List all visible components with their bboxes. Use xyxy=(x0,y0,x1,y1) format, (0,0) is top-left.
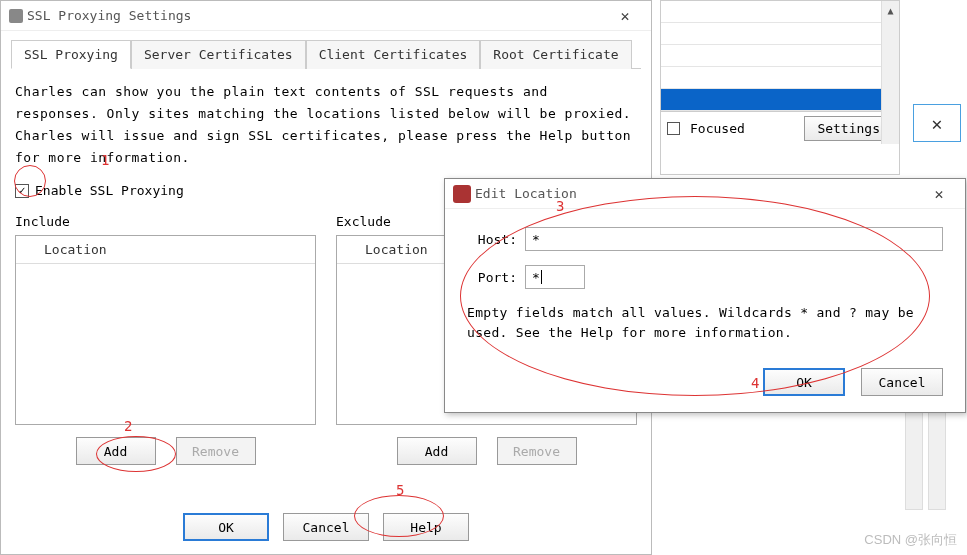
watermark-text: CSDN @张向恒 xyxy=(864,531,957,549)
scrollbar-vertical[interactable] xyxy=(928,400,946,510)
dialog-icon xyxy=(453,185,471,203)
port-row: Port: * xyxy=(467,265,943,289)
tab-root-cert[interactable]: Root Certificate xyxy=(480,40,631,69)
list-item[interactable] xyxy=(661,45,899,67)
exclude-buttons: Add Remove xyxy=(336,437,637,465)
window-titlebar: SSL Proxying Settings ✕ xyxy=(1,1,651,31)
list-item-selected[interactable] xyxy=(661,89,899,111)
window-title: SSL Proxying Settings xyxy=(23,8,607,23)
include-buttons: Add Remove xyxy=(15,437,316,465)
scrollbar[interactable]: ▲ xyxy=(881,1,899,144)
right-panel: ▲ Focused Settings xyxy=(660,0,900,175)
enable-ssl-label: Enable SSL Proxying xyxy=(35,183,184,198)
list-item[interactable] xyxy=(661,1,899,23)
dialog-close-icon[interactable]: ✕ xyxy=(921,181,957,207)
dialog-cancel-button[interactable]: Cancel xyxy=(861,368,943,396)
edit-location-dialog: Edit Location ✕ Host: * Port: * Empty fi… xyxy=(444,178,966,413)
include-location-header: Location xyxy=(16,236,315,264)
host-input[interactable]: * xyxy=(525,227,943,251)
description-text: Charles can show you the plain text cont… xyxy=(15,81,637,169)
settings-button[interactable]: Settings xyxy=(804,116,893,141)
dialog-buttons: OK Cancel xyxy=(445,368,965,412)
include-add-button[interactable]: Add xyxy=(76,437,156,465)
exclude-add-button[interactable]: Add xyxy=(397,437,477,465)
tab-bar: SSL Proxying Server Certificates Client … xyxy=(1,31,651,68)
port-label: Port: xyxy=(467,270,517,285)
focused-checkbox[interactable] xyxy=(667,122,680,135)
list-item[interactable] xyxy=(661,67,899,89)
window-icon xyxy=(9,9,23,23)
close-button-float[interactable]: ✕ xyxy=(913,104,961,142)
list-item[interactable] xyxy=(661,23,899,45)
tab-server-certs[interactable]: Server Certificates xyxy=(131,40,306,69)
footer-buttons: OK Cancel Help xyxy=(15,513,637,555)
right-panel-footer: Focused Settings xyxy=(661,111,899,145)
close-icon[interactable]: ✕ xyxy=(607,3,643,29)
include-heading: Include xyxy=(15,214,316,229)
host-label: Host: xyxy=(467,232,517,247)
main-ok-button[interactable]: OK xyxy=(183,513,269,541)
tab-ssl-proxying[interactable]: SSL Proxying xyxy=(11,40,131,69)
scrollbar-vertical[interactable] xyxy=(905,400,923,510)
dialog-help-text: Empty fields match all values. Wildcards… xyxy=(467,303,943,342)
port-input[interactable]: * xyxy=(525,265,585,289)
focused-label: Focused xyxy=(690,121,745,136)
dialog-form: Host: * Port: * Empty fields match all v… xyxy=(445,209,965,368)
exclude-remove-button: Remove xyxy=(497,437,577,465)
include-list[interactable]: Location xyxy=(15,235,316,425)
dialog-ok-button[interactable]: OK xyxy=(763,368,845,396)
dialog-title: Edit Location xyxy=(471,186,921,201)
host-row: Host: * xyxy=(467,227,943,251)
dialog-titlebar: Edit Location ✕ xyxy=(445,179,965,209)
tab-client-certs[interactable]: Client Certificates xyxy=(306,40,481,69)
main-help-button[interactable]: Help xyxy=(383,513,469,541)
main-cancel-button[interactable]: Cancel xyxy=(283,513,369,541)
port-value: * xyxy=(532,270,540,285)
scroll-up-icon[interactable]: ▲ xyxy=(882,1,899,19)
include-column: Include Location Add Remove xyxy=(15,208,316,465)
enable-ssl-checkbox[interactable]: ✓ xyxy=(15,184,29,198)
include-remove-button: Remove xyxy=(176,437,256,465)
cursor-icon xyxy=(541,270,542,284)
